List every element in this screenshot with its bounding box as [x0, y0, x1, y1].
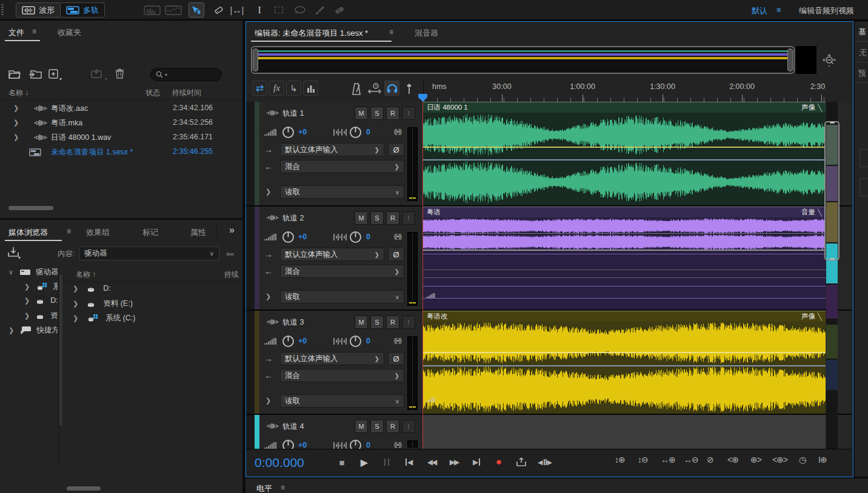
volume-value[interactable]: +0: [298, 337, 307, 345]
volume-value[interactable]: +0: [298, 441, 307, 449]
timer-button[interactable]: ◷: [799, 455, 806, 465]
sum-to-mono-icon[interactable]: ((•)): [394, 128, 401, 135]
waveform-view-button[interactable]: 波形: [16, 2, 61, 18]
tab-files[interactable]: 文件: [8, 27, 24, 38]
expand-chevron[interactable]: ❯: [24, 283, 30, 290]
expand-chevron[interactable]: ❯: [8, 326, 14, 334]
search-input[interactable]: ▾: [150, 68, 222, 81]
media-list-row[interactable]: ❯ 资料 (E:): [65, 299, 242, 313]
brush-tool-button[interactable]: [312, 2, 327, 18]
expand-chevron[interactable]: ❯: [24, 297, 30, 304]
volume-value[interactable]: +0: [298, 233, 307, 241]
phase-invert-button[interactable]: Ø: [388, 143, 404, 156]
clip-track3[interactable]: 粤语改 声像╲: [423, 311, 826, 414]
zoom-reset-button[interactable]: ⊘: [707, 455, 713, 465]
automation-line[interactable]: [423, 277, 826, 278]
pan-value[interactable]: 0: [366, 128, 370, 136]
solo-in-place-headphones-icon[interactable]: [384, 81, 399, 96]
solo-button[interactable]: S: [370, 420, 384, 433]
tab-mixer[interactable]: 混音器: [415, 28, 438, 39]
volume-envelope-line[interactable]: [423, 352, 826, 353]
import-dropdown-arrow[interactable]: ▾: [18, 255, 21, 260]
automation-line[interactable]: [423, 286, 826, 286]
pan-value[interactable]: 0: [366, 441, 370, 449]
sum-to-mono-icon[interactable]: ((•)): [394, 233, 401, 240]
files-col-duration[interactable]: 持续时间: [172, 88, 201, 98]
volume-knob[interactable]: [282, 439, 295, 449]
import-file-icon[interactable]: [28, 69, 43, 79]
expand-chevron[interactable]: ❯: [13, 104, 19, 112]
navigator-thumb[interactable]: [824, 121, 840, 260]
record-button[interactable]: ●: [491, 454, 507, 470]
solo-button[interactable]: S: [370, 316, 384, 329]
phase-invert-button[interactable]: Ø: [388, 248, 404, 261]
automation-expand-chevron[interactable]: ❯: [265, 188, 271, 196]
media-hscrollbar[interactable]: [67, 486, 101, 491]
expand-chevron[interactable]: ❯: [24, 312, 30, 319]
new-item-dropdown-arrow[interactable]: ▾: [59, 76, 62, 82]
track-color-strip[interactable]: [255, 207, 259, 309]
edit-audio-to-video-menu[interactable]: 编辑音频到视频: [799, 5, 854, 16]
tree-vscrollbar[interactable]: [59, 274, 62, 426]
expand-chevron[interactable]: ❯: [13, 133, 19, 141]
zoom-selection-button[interactable]: <⊕>: [772, 455, 787, 465]
stop-button[interactable]: ■: [334, 454, 350, 470]
pan-value[interactable]: 0: [366, 337, 370, 345]
fast-forward-button[interactable]: ▶▶: [446, 454, 462, 470]
insert-dropdown-arrow[interactable]: ▾: [105, 76, 107, 82]
pan-knob[interactable]: [349, 126, 362, 139]
arm-record-button[interactable]: R: [386, 211, 399, 225]
pan-envelope-line[interactable]: [423, 159, 826, 160]
stereo-routing-icon[interactable]: ⇄: [252, 81, 267, 96]
files-col-status[interactable]: 状态: [145, 88, 160, 98]
media-col-name[interactable]: 名称 ↑: [76, 270, 96, 280]
expand-chevron[interactable]: ❯: [73, 285, 78, 292]
files-hscrollbar[interactable]: [8, 206, 53, 210]
track-color-strip[interactable]: [255, 102, 259, 205]
solo-button[interactable]: S: [370, 211, 384, 225]
lasso-selection-tool-button[interactable]: [292, 2, 308, 18]
insert-into-multitrack-icon[interactable]: [91, 69, 104, 79]
pan-envelope-line[interactable]: [423, 365, 826, 366]
spectral-pitch-view-icon[interactable]: [165, 5, 182, 15]
sum-to-mono-icon[interactable]: ((•)): [394, 442, 401, 448]
tab-media-browser[interactable]: 媒体浏览器: [8, 227, 48, 238]
navigator-left-handle[interactable]: [253, 48, 258, 71]
clip-gain-icon[interactable]: [426, 397, 436, 403]
expand-chevron[interactable]: ❯: [13, 119, 19, 127]
clip-track2[interactable]: 粤语 音量╲: [423, 207, 826, 309]
tree-item-shortcuts[interactable]: ❯ 快捷方式: [0, 325, 58, 340]
rewind-button[interactable]: ◀◀: [424, 454, 439, 470]
input-monitor-button[interactable]: I: [402, 420, 415, 433]
files-panel-menu-icon[interactable]: ≡: [32, 27, 36, 36]
time-selection-tool-button[interactable]: I: [252, 2, 267, 18]
pan-value[interactable]: 0: [366, 233, 370, 241]
pause-button[interactable]: [379, 454, 395, 470]
zoom-out-point-button[interactable]: ⊕>: [750, 455, 761, 465]
input-select[interactable]: 默认立体声输入❯: [280, 143, 384, 156]
zoom-out-horizontal-button[interactable]: ↔⊖: [684, 455, 698, 465]
media-col-duration[interactable]: 持续: [224, 270, 239, 280]
pane-divider[interactable]: [58, 267, 59, 467]
arm-record-button[interactable]: R: [386, 316, 399, 329]
tree-item-drive-c[interactable]: ❯ 系统 (C:): [0, 282, 58, 296]
tree-item-drive-e[interactable]: ❯ 资料 (E:): [0, 311, 58, 325]
mute-button[interactable]: M: [355, 420, 368, 433]
zoom-in-horizontal-button[interactable]: ↔⊕: [661, 455, 675, 465]
workspace-selector[interactable]: 默认: [752, 5, 767, 16]
new-item-icon[interactable]: [48, 69, 59, 79]
tab-editor[interactable]: 编辑器: 未命名混音项目 1.sesx *: [255, 28, 368, 39]
fx-icon[interactable]: fx: [269, 81, 284, 96]
solo-button[interactable]: S: [370, 107, 384, 120]
zoom-full-button[interactable]: I⊕: [818, 455, 827, 465]
file-row[interactable]: ❯ 粤语改.aac2:34:42.106: [0, 101, 241, 116]
tab-effects-rack[interactable]: 效果组: [86, 227, 110, 238]
automation-line[interactable]: [423, 254, 826, 254]
pan-knob[interactable]: [349, 439, 362, 449]
media-list-row[interactable]: ❯ D:: [65, 284, 242, 299]
file-row-selected[interactable]: 未命名混音项目 1.sesx *2:35:46.255: [0, 145, 241, 159]
clip-track1[interactable]: 日语 48000 1 声像╲: [423, 102, 826, 205]
pan-knob[interactable]: [349, 231, 362, 243]
skip-selection-button[interactable]: ◀▶: [536, 454, 554, 470]
zoom-in-point-button[interactable]: <⊕: [727, 455, 738, 465]
